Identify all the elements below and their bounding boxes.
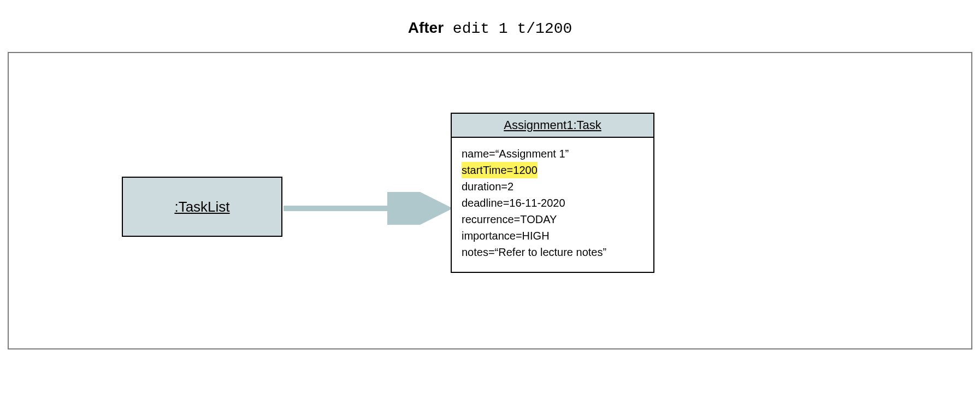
attr-starttime-highlight: startTime=1200 [462,162,538,178]
title-bold: After [408,19,444,36]
object-task-header: Assignment1:Task [452,114,653,138]
attr-notes: notes=“Refer to lecture notes” [462,244,644,260]
association-arrow [284,192,458,225]
object-task-body: name=“Assignment 1” startTime=1200 durat… [452,138,653,268]
title-mono: edit 1 t/1200 [444,20,572,37]
diagram-frame: :TaskList Assignment1:Task name=“Assignm… [8,52,972,349]
diagram-title: After edit 1 t/1200 [0,0,980,37]
object-task: Assignment1:Task name=“Assignment 1” sta… [451,113,654,273]
object-task-name: Assignment1:Task [504,118,601,132]
attr-deadline: deadline=16-11-2020 [462,195,644,211]
attr-name: name=“Assignment 1” [462,145,644,162]
object-tasklist: :TaskList [122,177,282,237]
attr-importance: importance=HIGH [462,228,644,244]
attr-recurrence: recurrence=TODAY [462,211,644,228]
attr-starttime: startTime=1200 [462,162,644,178]
attr-duration: duration=2 [462,178,644,195]
object-tasklist-label: :TaskList [174,199,229,215]
